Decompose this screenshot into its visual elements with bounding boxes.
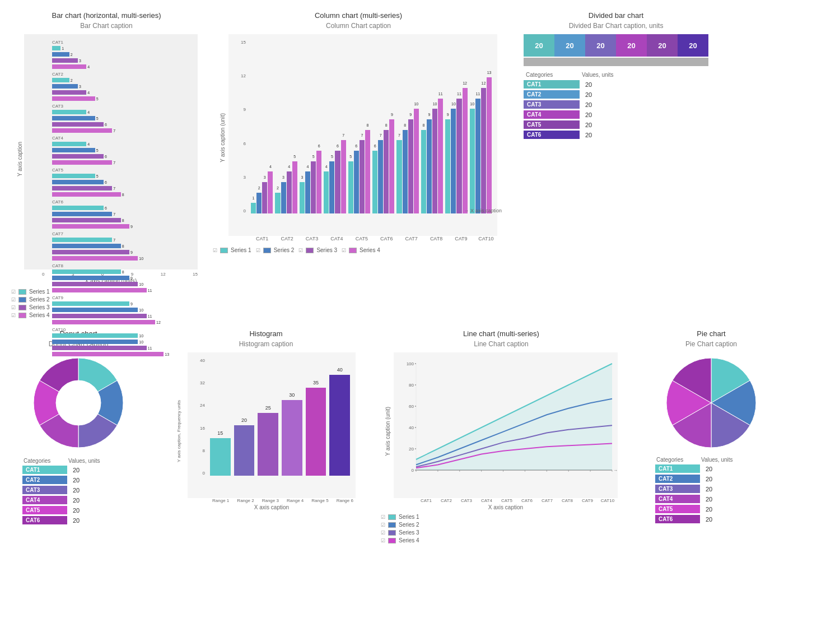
col-val: 5: [312, 155, 315, 159]
bar-h-cat-label: CAT9: [52, 295, 192, 300]
col-bar: 6: [335, 151, 340, 213]
col-bar: 5: [329, 161, 334, 213]
col-x-label: CAT8: [425, 236, 447, 241]
col-x-label: CAT5: [351, 236, 373, 241]
hist-x-caption: X axis caption: [188, 504, 356, 510]
col-val: 5: [349, 155, 352, 159]
divided-gray-bar: [524, 58, 708, 66]
col-bar: 1: [251, 203, 256, 213]
legend-item-3: ☑ Series 3: [11, 304, 50, 310]
divided-row: CAT220: [524, 90, 708, 99]
col-group: 10111213: [470, 77, 492, 213]
donut-val: 20: [67, 517, 80, 524]
main-container: Bar chart (horizontal, multi-series) Bar…: [0, 0, 840, 555]
pie-val: 20: [700, 466, 712, 472]
bar-h-cat-label: CAT10: [52, 327, 192, 332]
legend-label-3: Series 3: [29, 304, 50, 310]
col-val: 3: [282, 175, 284, 179]
hist-bar: 30: [282, 400, 302, 476]
col-bar: 7: [378, 140, 383, 213]
hist-val: 30: [289, 392, 295, 398]
bar-h-fill: [52, 212, 112, 216]
col-bar: 6: [372, 151, 377, 213]
donut-val: 20: [67, 477, 80, 484]
bar-h-row: 4: [52, 90, 192, 95]
line-x-label: CAT8: [557, 498, 577, 503]
pie-row: CAT120: [655, 464, 767, 473]
line-plot: 0 20 40 60 80 100 → X axis caption: [394, 352, 618, 498]
donut-cat-label: CAT2: [22, 476, 67, 484]
col-y-tick: 15: [241, 40, 246, 45]
bar-h-row: 4: [52, 141, 192, 147]
col-x-labels: CAT1CAT2CAT3CAT4CAT5CAT6CAT7CAT8CAT9CAT1…: [228, 236, 497, 241]
bar-h-value: 6: [105, 180, 107, 184]
bar-h-fill: [52, 110, 86, 114]
pie-svg: [661, 352, 762, 453]
pie-cat-label: CAT4: [655, 495, 700, 503]
bar-h-value: 10: [139, 282, 143, 286]
bar-h-group-CAT9: CAT99101112: [52, 295, 192, 326]
pie-val: 20: [700, 516, 712, 523]
col-val: 10: [470, 102, 474, 106]
divided-seg: 20: [647, 34, 678, 57]
col-val: 10: [414, 102, 418, 106]
check-icon-2: ☑: [11, 297, 16, 303]
hist-area: 152025303540: [210, 358, 350, 476]
bar-h-fill: [52, 180, 104, 184]
legend-label-2: Series 2: [29, 296, 50, 303]
col-bar: 11: [456, 99, 461, 213]
bar-h-group-CAT1: CAT11234: [52, 40, 192, 70]
bar-h-row: 7: [52, 160, 192, 165]
bar-h-fill: [52, 340, 138, 344]
bar-h-value: 7: [113, 129, 115, 133]
bar-h-row: 9: [52, 275, 192, 281]
col-x-label: CAT7: [400, 236, 422, 241]
divided-row: CAT320: [524, 100, 708, 109]
col-val: 6: [337, 144, 339, 148]
bar-h-fill: [52, 52, 69, 57]
svg-text:0: 0: [412, 468, 414, 473]
col-val: 6: [374, 144, 376, 148]
bar-h-value: 2: [71, 78, 73, 82]
hist-fill: 40: [329, 375, 350, 476]
col-val: 11: [457, 92, 461, 96]
line-svg: 0 20 40 60 80 100 → X axis caption: [394, 352, 618, 498]
check-icon-3: ☑: [11, 305, 16, 310]
pie-cat-label: CAT3: [655, 485, 700, 493]
col-val: 9: [409, 113, 412, 117]
pie-chart: Pie chart Pie Chart caption Categories V…: [644, 329, 778, 525]
bar-h-cat-label: CAT8: [52, 263, 192, 268]
bar-h-group-CAT7: CAT778910: [52, 231, 192, 262]
line-x-label: CAT3: [456, 498, 477, 503]
col-val: 5: [293, 155, 296, 159]
bar-h-value: 11: [148, 289, 152, 292]
bar-h-fill: [52, 186, 112, 190]
col-val: 9: [428, 113, 431, 117]
svg-text:100: 100: [407, 361, 414, 366]
line-x-label: CAT6: [517, 498, 537, 503]
bar-h-value: 10: [139, 340, 143, 344]
col-bar: 8: [403, 130, 408, 213]
col-val: 7: [380, 133, 382, 137]
donut-row: CAT220: [22, 476, 134, 484]
bar-h-fill: [52, 276, 129, 280]
col-val: 3: [264, 175, 266, 179]
line-legend: ☑Series 1 ☑Series 2 ☑Series 3 ☑Series 4: [381, 514, 419, 543]
bar-h-fill: [52, 269, 121, 274]
col-bar: 11: [475, 99, 480, 213]
col-legend: ☑ Series 1 ☑ Series 2 ☑ Series 3 ☑: [213, 247, 380, 253]
bar-h-fill: [52, 244, 121, 248]
bar-h-value: 5: [96, 148, 99, 152]
bar-h-row: 6: [52, 179, 192, 185]
col-bar: 3: [281, 182, 286, 213]
bar-h-row: 2: [52, 52, 192, 57]
col-val: 8: [422, 123, 424, 127]
bar-h-value: 7: [113, 161, 115, 165]
hist-val: 35: [313, 380, 319, 385]
col-legend-color-1: [220, 248, 228, 253]
bar-h-value: 5: [96, 174, 99, 178]
col-val: 6: [355, 144, 357, 148]
col-bar: 2: [256, 193, 262, 213]
bar-h-row: 6: [52, 122, 192, 127]
col-bar: 4: [324, 171, 329, 213]
